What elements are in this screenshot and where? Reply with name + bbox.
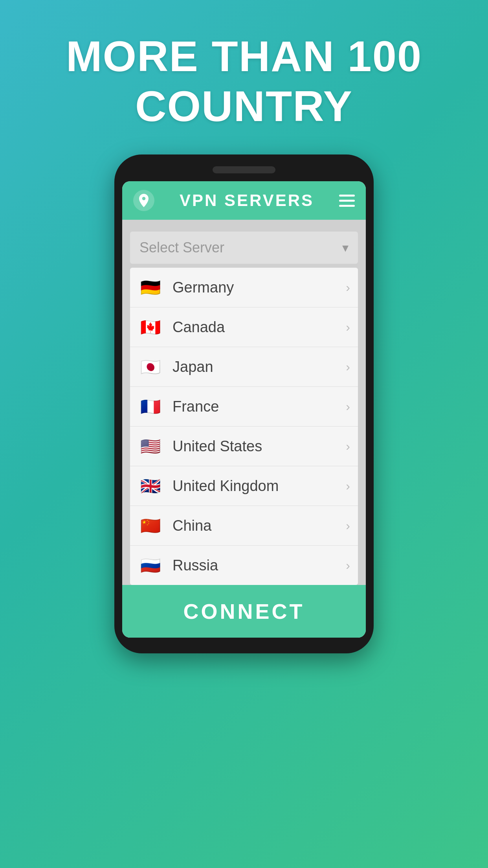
hero-title-line1: MORE THAN 100: [66, 31, 422, 81]
country-name-germany: Germany: [172, 279, 346, 296]
hero-title-line2: COUNTRY: [66, 81, 422, 131]
flag-china: 🇨🇳: [138, 513, 163, 538]
chevron-right-icon: ›: [346, 479, 350, 493]
country-name-russia: Russia: [172, 557, 346, 574]
chevron-right-icon: ›: [346, 360, 350, 374]
list-item[interactable]: 🇫🇷 France ›: [130, 387, 358, 427]
chevron-right-icon: ›: [346, 320, 350, 335]
list-item[interactable]: 🇯🇵 Japan ›: [130, 347, 358, 387]
hamburger-menu-icon[interactable]: [339, 195, 355, 207]
list-item[interactable]: 🇩🇪 Germany ›: [130, 268, 358, 307]
chevron-right-icon: ›: [346, 280, 350, 295]
phone-screen: VPN SERVERS Select Server ▾ 🇩🇪 Germany: [122, 181, 366, 638]
country-name-japan: Japan: [172, 359, 346, 375]
phone-device: VPN SERVERS Select Server ▾ 🇩🇪 Germany: [114, 154, 374, 653]
chevron-down-icon: ▾: [342, 240, 349, 255]
flag-united-kingdom: 🇬🇧: [138, 473, 163, 498]
menu-line-2: [339, 200, 355, 202]
flag-united-states: 🇺🇸: [138, 434, 163, 459]
app-title: VPN SERVERS: [180, 191, 314, 210]
flag-russia: 🇷🇺: [138, 553, 163, 578]
hero-title: MORE THAN 100 COUNTRY: [66, 31, 422, 131]
connect-button[interactable]: CONNECT: [122, 585, 366, 638]
app-header: VPN SERVERS: [122, 181, 366, 220]
flag-france: 🇫🇷: [138, 394, 163, 419]
list-item[interactable]: 🇨🇳 China ›: [130, 506, 358, 546]
menu-line-1: [339, 195, 355, 197]
country-name-china: China: [172, 517, 346, 534]
flag-canada: 🇨🇦: [138, 314, 163, 340]
list-item[interactable]: 🇺🇸 United States ›: [130, 427, 358, 466]
chevron-right-icon: ›: [346, 558, 350, 573]
country-list: 🇩🇪 Germany › 🇨🇦 Canada › 🇯🇵 Japan ›: [130, 268, 358, 585]
select-server-dropdown[interactable]: Select Server ▾: [130, 232, 358, 264]
country-name-united-states: United States: [172, 438, 346, 455]
menu-line-3: [339, 205, 355, 207]
app-content: Select Server ▾ 🇩🇪 Germany › 🇨🇦 Canada ›: [122, 220, 366, 585]
chevron-right-icon: ›: [346, 399, 350, 414]
flag-japan: 🇯🇵: [138, 354, 163, 379]
list-item[interactable]: 🇷🇺 Russia ›: [130, 546, 358, 585]
location-pin-icon: [133, 190, 154, 211]
chevron-right-icon: ›: [346, 519, 350, 533]
country-name-france: France: [172, 398, 346, 415]
flag-germany: 🇩🇪: [138, 275, 163, 300]
select-server-placeholder: Select Server: [139, 239, 224, 256]
phone-speaker: [213, 166, 275, 173]
list-item[interactable]: 🇬🇧 United Kingdom ›: [130, 466, 358, 506]
list-item[interactable]: 🇨🇦 Canada ›: [130, 307, 358, 347]
chevron-right-icon: ›: [346, 439, 350, 454]
country-name-canada: Canada: [172, 319, 346, 336]
country-name-united-kingdom: United Kingdom: [172, 478, 346, 495]
